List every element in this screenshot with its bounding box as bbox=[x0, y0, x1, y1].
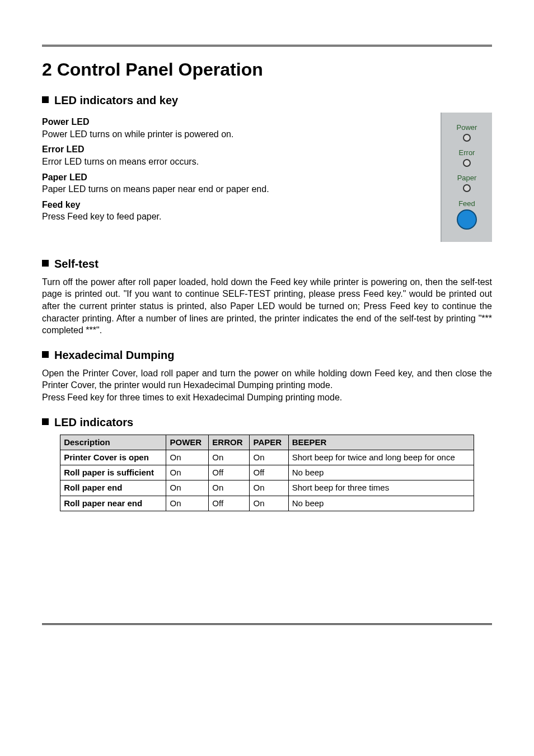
section-title-hex: Hexadecimal Dumping bbox=[54, 348, 175, 363]
table-cell: Roll paper end bbox=[60, 480, 166, 496]
section-title-selftest: Self-test bbox=[54, 256, 99, 272]
table-cell: Roll paper is sufficient bbox=[60, 465, 166, 480]
table-cell: Off bbox=[209, 465, 250, 480]
table-row: Roll paper is sufficientOnOffOffNo beep bbox=[60, 465, 474, 480]
section-led-table-heading: LED indicators bbox=[42, 415, 492, 430]
section-title-led-key: LED indicators and key bbox=[54, 93, 178, 108]
error-led-heading: Error LED bbox=[42, 143, 429, 156]
table-cell: Printer Cover is open bbox=[60, 450, 166, 465]
paper-led-icon bbox=[463, 184, 471, 192]
panel-label-feed: Feed bbox=[445, 199, 489, 209]
table-cell: Off bbox=[250, 465, 288, 480]
table-cell: Roll paper near end bbox=[60, 496, 166, 511]
section-title-led-table: LED indicators bbox=[54, 415, 133, 430]
power-led-heading: Power LED bbox=[42, 116, 429, 128]
table-cell: On bbox=[250, 450, 288, 465]
selftest-paragraph: Turn off the power after roll paper load… bbox=[42, 276, 492, 337]
paper-led-desc: Paper LED turns on means paper near end … bbox=[42, 183, 429, 195]
table-row: Roll paper endOnOnOnShort beep for three… bbox=[60, 480, 474, 496]
square-bullet-icon bbox=[42, 418, 49, 425]
table-cell: On bbox=[166, 465, 209, 480]
square-bullet-icon bbox=[42, 260, 49, 267]
table-cell: On bbox=[209, 480, 250, 496]
table-cell: Off bbox=[209, 496, 250, 511]
table-cell: On bbox=[209, 450, 250, 465]
error-led-icon bbox=[463, 159, 471, 167]
table-row: Roll paper near endOnOffOnNo beep bbox=[60, 496, 474, 511]
th-description: Description bbox=[60, 435, 166, 450]
feed-key-desc: Press Feed key to feed paper. bbox=[42, 211, 429, 223]
th-error: ERROR bbox=[209, 435, 250, 450]
feed-key-heading: Feed key bbox=[42, 199, 429, 211]
table-cell: On bbox=[166, 450, 209, 465]
panel-label-error: Error bbox=[445, 148, 489, 158]
hex-paragraph-2: Press Feed key for three times to exit H… bbox=[42, 391, 492, 404]
led-key-block: Power LED Power LED turns on while print… bbox=[42, 113, 492, 242]
panel-label-paper: Paper bbox=[445, 173, 489, 183]
table-cell: On bbox=[250, 496, 288, 511]
section-led-key-heading: LED indicators and key bbox=[42, 93, 492, 108]
table-header-row: Description POWER ERROR PAPER BEEPER bbox=[60, 435, 474, 450]
page-title: 2 Control Panel Operation bbox=[42, 58, 492, 82]
th-power: POWER bbox=[166, 435, 209, 450]
th-beeper: BEEPER bbox=[288, 435, 474, 450]
power-led-icon bbox=[463, 134, 471, 142]
table-cell: Short beep for twice and long beep for o… bbox=[288, 450, 474, 465]
power-led-desc: Power LED turns on while printer is powe… bbox=[42, 128, 429, 141]
square-bullet-icon bbox=[42, 96, 49, 103]
table-cell: Short beep for three times bbox=[288, 480, 474, 496]
hex-paragraph-1: Open the Printer Cover, load roll paper … bbox=[42, 367, 492, 391]
page-bottom-rule bbox=[42, 623, 492, 625]
table-cell: On bbox=[166, 496, 209, 511]
control-panel-illustration: Power Error Paper Feed bbox=[441, 113, 492, 242]
table-cell: No beep bbox=[288, 465, 474, 480]
table-cell: No beep bbox=[288, 496, 474, 511]
table-cell: On bbox=[250, 480, 288, 496]
feed-button-icon bbox=[457, 209, 477, 230]
section-selftest-heading: Self-test bbox=[42, 256, 492, 272]
table-row: Printer Cover is openOnOnOnShort beep fo… bbox=[60, 450, 474, 465]
error-led-desc: Error LED turns on means error occurs. bbox=[42, 156, 429, 168]
paper-led-heading: Paper LED bbox=[42, 171, 429, 184]
table-cell: On bbox=[166, 480, 209, 496]
th-paper: PAPER bbox=[250, 435, 288, 450]
section-hex-heading: Hexadecimal Dumping bbox=[42, 348, 492, 363]
led-indicators-table: Description POWER ERROR PAPER BEEPER Pri… bbox=[60, 435, 474, 511]
panel-label-power: Power bbox=[445, 123, 489, 133]
page-top-rule bbox=[42, 45, 492, 46]
led-key-text: Power LED Power LED turns on while print… bbox=[42, 113, 429, 224]
square-bullet-icon bbox=[42, 351, 49, 358]
